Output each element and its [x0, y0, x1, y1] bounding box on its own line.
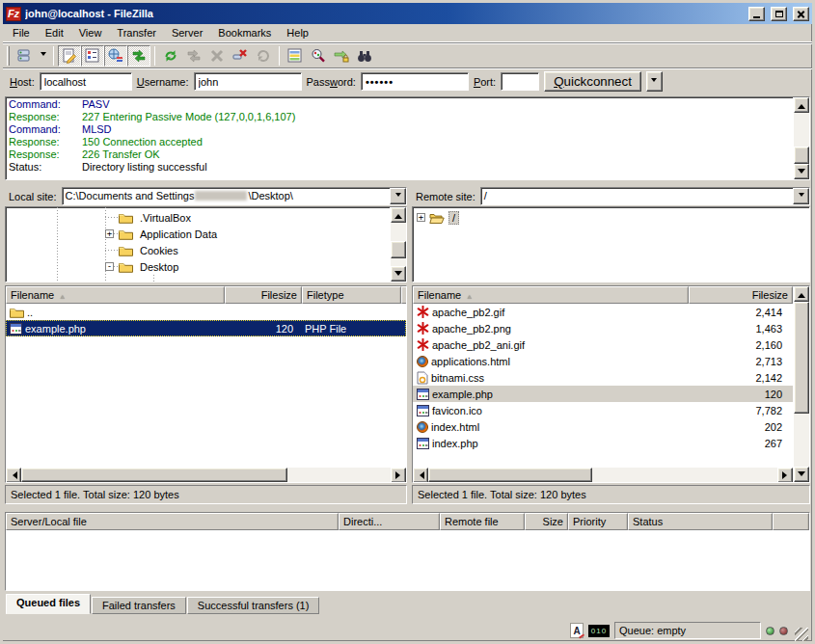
local-site-bar: Local site: C:\Documents and Settings\De…: [5, 186, 407, 205]
tree-item-root[interactable]: + /: [413, 209, 809, 226]
scrollbar-thumb[interactable]: [21, 468, 287, 482]
column-header-server-local-file[interactable]: Server/Local file: [6, 513, 339, 530]
file-row[interactable]: bitnami.css 2,142: [413, 369, 793, 386]
local-combo-dropdown-button[interactable]: [390, 188, 406, 204]
column-header-filesize[interactable]: Filesize: [689, 286, 793, 304]
splitter[interactable]: [3, 504, 812, 512]
log-line: Response:150 Connection accepted: [9, 136, 793, 148]
scrollbar-thumb[interactable]: [794, 147, 809, 164]
scroll-right-button[interactable]: [777, 468, 793, 482]
scroll-down-button[interactable]: [794, 467, 809, 482]
column-header-direction[interactable]: Directi...: [339, 513, 440, 530]
refresh-button[interactable]: [159, 45, 182, 67]
tab-failed-transfers[interactable]: Failed transfers: [92, 597, 186, 614]
apache-image-icon: [417, 338, 429, 351]
tree-item-virtualbox[interactable]: .VirtualBox: [6, 209, 390, 226]
column-header-priority[interactable]: Priority: [568, 513, 628, 530]
file-row[interactable]: favicon.ico 7,782: [413, 402, 793, 418]
password-input[interactable]: [361, 72, 469, 91]
log-line: Response:227 Entering Passive Mode (127,…: [9, 111, 793, 123]
column-header-filetype[interactable]: Filetype: [302, 286, 401, 304]
scrollbar-thumb[interactable]: [391, 241, 406, 258]
column-header-filesize[interactable]: Filesize: [225, 286, 302, 304]
toggle-remote-tree-button[interactable]: [104, 45, 127, 67]
toggle-message-log-button[interactable]: [58, 45, 81, 67]
remote-combo-dropdown-button[interactable]: [793, 188, 809, 204]
file-row[interactable]: index.php 267: [413, 435, 793, 451]
remote-vscrollbar[interactable]: [793, 286, 809, 482]
process-queue-button[interactable]: [182, 45, 205, 67]
log-scrollbar[interactable]: [793, 97, 809, 179]
scroll-down-button[interactable]: [391, 266, 406, 282]
find-files-button[interactable]: [353, 45, 376, 67]
scroll-up-button[interactable]: [794, 286, 809, 302]
scroll-left-button[interactable]: [413, 468, 428, 482]
tab-queued-files[interactable]: Queued files: [6, 594, 91, 614]
column-header-filename[interactable]: Filename: [6, 286, 225, 304]
file-row[interactable]: apache_pb2.png 1,463: [413, 320, 793, 336]
quickconnect-dropdown-button[interactable]: [646, 71, 663, 92]
column-header-status[interactable]: Status: [628, 513, 773, 530]
username-input[interactable]: [194, 72, 302, 91]
column-header-size[interactable]: Size: [525, 513, 568, 530]
toggle-queue-button[interactable]: [127, 45, 150, 67]
scroll-right-button[interactable]: [391, 468, 406, 483]
remote-hscrollbar[interactable]: [413, 467, 793, 482]
tree-item-desktop[interactable]: - Desktop: [6, 258, 390, 275]
menu-help[interactable]: Help: [279, 25, 316, 40]
scroll-left-button[interactable]: [6, 468, 21, 483]
close-button[interactable]: [793, 7, 809, 21]
menu-view[interactable]: View: [71, 25, 110, 40]
scrollbar-thumb[interactable]: [428, 468, 592, 482]
file-row[interactable]: apache_pb2_ani.gif 2,160: [413, 336, 793, 353]
file-row[interactable]: applications.html 2,713: [413, 353, 793, 369]
menu-server[interactable]: Server: [164, 25, 210, 40]
menu-edit[interactable]: Edit: [38, 25, 71, 40]
site-manager-button[interactable]: [14, 45, 37, 67]
maximize-button[interactable]: [771, 7, 787, 21]
ascii-data-type-icon[interactable]: [570, 623, 584, 638]
resize-grip-icon[interactable]: [795, 628, 808, 641]
tree-item-cookies[interactable]: Cookies: [6, 242, 390, 258]
collapse-icon[interactable]: -: [105, 262, 114, 271]
scroll-down-button[interactable]: [794, 164, 809, 179]
local-tree-scrollbar[interactable]: [390, 207, 406, 282]
scroll-up-button[interactable]: [391, 207, 406, 223]
toggle-local-tree-button[interactable]: [81, 45, 104, 67]
reconnect-button[interactable]: [252, 45, 275, 67]
expand-icon[interactable]: +: [417, 213, 425, 222]
local-site-combo[interactable]: C:\Documents and Settings\Desktop\: [62, 187, 407, 205]
tree-item-application-data[interactable]: + Application Data: [6, 226, 390, 242]
cancel-operation-button[interactable]: [205, 45, 229, 67]
directory-comparison-button[interactable]: [307, 45, 330, 67]
expand-icon[interactable]: +: [105, 229, 114, 238]
file-row-example-php[interactable]: example.php 120 PHP File 1: [6, 320, 406, 336]
scroll-up-button[interactable]: [794, 97, 809, 113]
file-row-selected[interactable]: example.php 120: [413, 386, 793, 402]
arrow-left-icon: [416, 471, 424, 479]
disconnect-button[interactable]: [229, 45, 252, 67]
site-manager-dropdown-button[interactable]: [37, 45, 49, 67]
quickconnect-button[interactable]: Quickconnect: [544, 71, 641, 92]
queue-icon: [131, 48, 147, 64]
toolbar-grip[interactable]: [7, 46, 10, 66]
synchronized-browsing-button[interactable]: [330, 45, 353, 67]
host-input[interactable]: [40, 72, 132, 91]
menu-file[interactable]: File: [5, 25, 38, 40]
directory-listing-filters-button[interactable]: [284, 45, 307, 67]
minimize-button[interactable]: [748, 7, 765, 21]
local-hscrollbar[interactable]: [6, 467, 406, 482]
column-header-remote-file[interactable]: Remote file: [440, 513, 525, 530]
menu-bookmarks[interactable]: Bookmarks: [210, 25, 279, 40]
scrollbar-thumb[interactable]: [794, 302, 809, 414]
tab-successful-transfers[interactable]: Successful transfers (1): [187, 597, 320, 614]
file-row-parent-dir[interactable]: ..: [6, 304, 406, 320]
file-row[interactable]: apache_pb2.gif 2,414: [413, 304, 793, 320]
remote-site-combo[interactable]: /: [480, 187, 810, 205]
column-header-filename[interactable]: Filename: [413, 286, 689, 304]
port-input[interactable]: [501, 72, 539, 91]
file-row[interactable]: index.html 202: [413, 418, 793, 435]
menu-transfer[interactable]: Transfer: [109, 25, 164, 40]
folder-icon: [10, 307, 24, 318]
binary-indicator-badge[interactable]: 010: [588, 625, 610, 637]
